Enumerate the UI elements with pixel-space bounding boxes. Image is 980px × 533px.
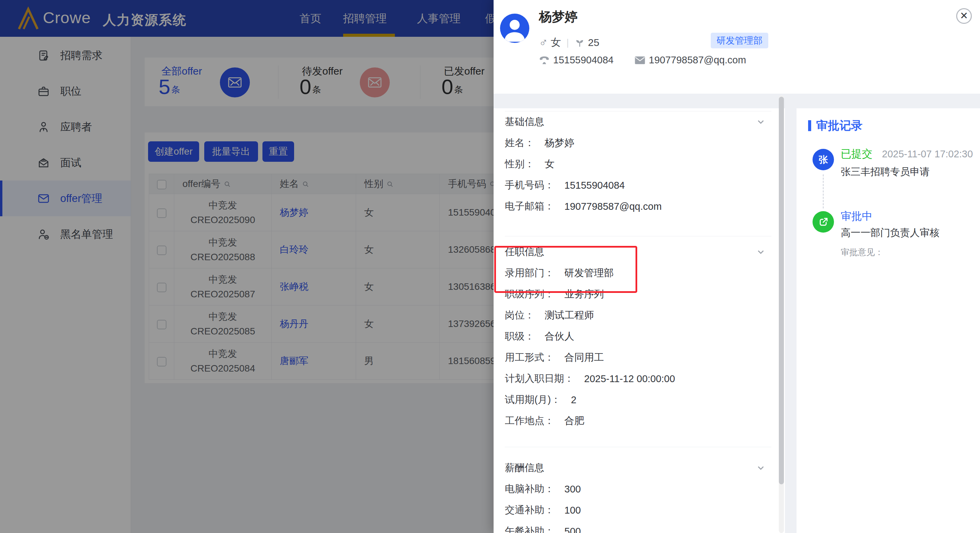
section-header-salary[interactable]: 薪酬信息 <box>505 457 772 479</box>
app-root: Crowe 人力资源系统 首页 招聘管理 人事管理 假勤管理 招聘需求 职位 应… <box>0 0 980 533</box>
info-row: 电脑补助： 300 <box>505 479 772 499</box>
info-row: 工作地点： 合肥 <box>505 410 772 431</box>
chevron-down-icon[interactable] <box>756 463 766 473</box>
close-button[interactable]: ✕ <box>956 8 972 24</box>
info-row: 手机号码： 15155904084 <box>505 175 772 196</box>
info-row: 岗位： 测试工程师 <box>505 305 772 326</box>
step-description: 高一一部门负责人审核 <box>841 226 940 240</box>
drawer-header: 杨梦婷 ♂ 女 | 25 研发管理部 15155904084 190779858… <box>493 0 980 94</box>
info-row: 电子邮箱： 1907798587@qq.com <box>505 196 772 217</box>
profile-name: 杨梦婷 <box>539 8 578 26</box>
chevron-down-icon[interactable] <box>756 247 766 257</box>
section-header-basic[interactable]: 基础信息 <box>505 112 772 132</box>
gender-icon: ♂ <box>539 37 548 49</box>
phone-icon <box>539 55 550 65</box>
step-icon-circle <box>813 211 834 233</box>
section-job-info: 任职信息 录用部门： 研发管理部 职级序列： 业务序列 <box>505 236 772 431</box>
title-accent-bar <box>808 120 811 131</box>
section-salary-info: 薪酬信息 电脑补助： 300 交通补助： 100 <box>505 447 772 533</box>
info-row: 用工形式： 合同用工 <box>505 347 772 368</box>
meta-divider: | <box>566 37 569 48</box>
step-description: 张三丰招聘专员申请 <box>841 165 973 179</box>
info-row: 计划入职日期： 2025-11-12 00:00:00 <box>505 368 772 389</box>
timeline-step-submitted: 已提交 2025-11-07 17:02:30 张三丰招聘专员申请 <box>841 147 973 179</box>
scrollbar-thumb[interactable] <box>779 97 784 484</box>
info-row: 性别： 女 <box>505 153 772 175</box>
info-row: 职级： 合伙人 <box>505 326 772 347</box>
profile-email: 1907798587@qq.com <box>635 54 746 66</box>
person-icon <box>500 14 529 43</box>
info-row: 职级序列： 业务序列 <box>505 284 772 305</box>
profile-age: 25 <box>588 37 599 48</box>
timeline-step-in-review: 审批中 高一一部门负责人审核 审批意见： <box>841 209 940 258</box>
timeline-connector <box>823 174 824 208</box>
status-badge: 审批中 <box>841 209 872 223</box>
chevron-down-icon[interactable] <box>756 117 766 127</box>
drawer-body: 基础信息 姓名： 杨梦婷 性别： 女 <box>493 108 785 533</box>
info-row: 录用部门： 研发管理部 <box>505 263 772 284</box>
section-header-job[interactable]: 任职信息 <box>505 241 772 263</box>
status-badge: 已提交 <box>841 147 872 161</box>
avatar <box>500 14 529 43</box>
envelope-icon <box>635 56 645 65</box>
approval-panel: 审批记录 张 已提交 2025-11-07 17:02:30 张三丰招聘专员申请… <box>797 108 980 533</box>
profile-phone: 15155904084 <box>539 54 613 66</box>
info-row: 午餐补助： 500 <box>505 521 772 533</box>
age-sprout-icon <box>574 37 585 48</box>
profile-gender: 女 <box>551 35 561 49</box>
close-icon: ✕ <box>960 10 968 21</box>
info-row: 姓名： 杨梦婷 <box>505 132 772 153</box>
profile-meta: ♂ 女 | 25 <box>539 35 600 49</box>
section-basic-info: 基础信息 姓名： 杨梦婷 性别： 女 <box>505 111 772 217</box>
step-timestamp: 2025-11-07 17:02:30 <box>882 148 973 160</box>
step-avatar: 张 <box>813 149 834 170</box>
offer-detail-drawer: 杨梦婷 ♂ 女 | 25 研发管理部 15155904084 190779858… <box>493 0 980 533</box>
department-tag: 研发管理部 <box>711 33 768 48</box>
share-arrow-icon <box>818 217 829 228</box>
approval-comment-label: 审批意见： <box>841 247 940 258</box>
approval-title: 审批记录 <box>808 118 862 134</box>
info-row: 试用期(月)： 2 <box>505 389 772 410</box>
info-row: 交通补助： 100 <box>505 499 772 521</box>
